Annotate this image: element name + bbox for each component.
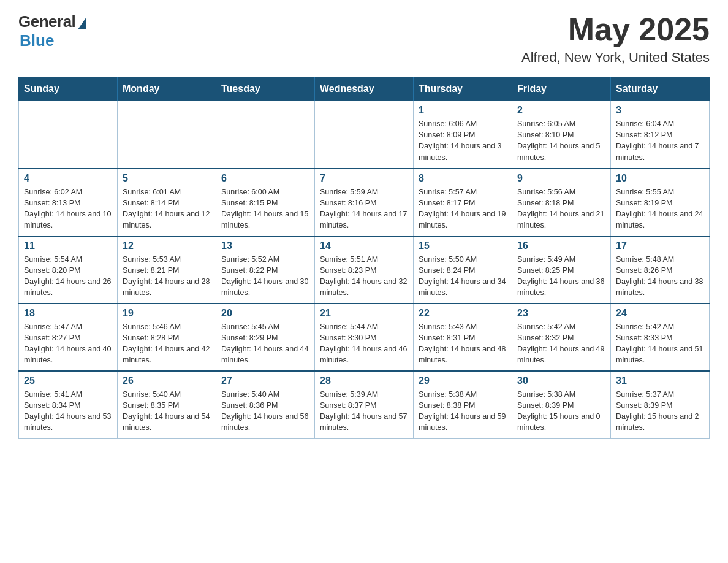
day-number: 16 bbox=[517, 240, 605, 251]
day-number: 25 bbox=[24, 375, 112, 386]
day-number: 17 bbox=[616, 240, 704, 251]
calendar-cell: 25Sunrise: 5:41 AMSunset: 8:34 PMDayligh… bbox=[19, 371, 118, 439]
calendar-week-row: 1Sunrise: 6:06 AMSunset: 8:09 PMDaylight… bbox=[19, 101, 710, 169]
day-number: 6 bbox=[221, 173, 309, 184]
day-number: 2 bbox=[517, 105, 605, 116]
calendar-cell: 14Sunrise: 5:51 AMSunset: 8:23 PMDayligh… bbox=[315, 236, 414, 304]
day-number: 26 bbox=[123, 375, 211, 386]
day-number: 29 bbox=[419, 375, 507, 386]
day-info: Sunrise: 5:40 AMSunset: 8:36 PMDaylight:… bbox=[221, 389, 309, 434]
day-info: Sunrise: 6:06 AMSunset: 8:09 PMDaylight:… bbox=[419, 118, 507, 163]
day-number: 31 bbox=[616, 375, 704, 386]
logo-blue-text: Blue bbox=[20, 31, 54, 50]
calendar-cell: 3Sunrise: 6:04 AMSunset: 8:12 PMDaylight… bbox=[611, 101, 710, 169]
day-info: Sunrise: 5:52 AMSunset: 8:22 PMDaylight:… bbox=[221, 254, 309, 299]
day-number: 20 bbox=[221, 308, 309, 319]
calendar-cell: 18Sunrise: 5:47 AMSunset: 8:27 PMDayligh… bbox=[19, 304, 118, 371]
day-number: 23 bbox=[517, 308, 605, 319]
day-number: 28 bbox=[320, 375, 408, 386]
calendar-cell: 20Sunrise: 5:45 AMSunset: 8:29 PMDayligh… bbox=[216, 304, 315, 371]
calendar-cell: 16Sunrise: 5:49 AMSunset: 8:25 PMDayligh… bbox=[512, 236, 611, 304]
day-info: Sunrise: 5:38 AMSunset: 8:39 PMDaylight:… bbox=[517, 389, 605, 434]
day-number: 13 bbox=[221, 240, 309, 251]
day-info: Sunrise: 5:44 AMSunset: 8:30 PMDaylight:… bbox=[320, 321, 408, 366]
day-number: 4 bbox=[24, 173, 112, 184]
day-info: Sunrise: 5:43 AMSunset: 8:31 PMDaylight:… bbox=[419, 321, 507, 366]
day-number: 3 bbox=[616, 105, 704, 116]
day-number: 27 bbox=[221, 375, 309, 386]
day-header-saturday: Saturday bbox=[611, 77, 710, 101]
calendar-cell: 4Sunrise: 6:02 AMSunset: 8:13 PMDaylight… bbox=[19, 169, 118, 236]
day-number: 10 bbox=[616, 173, 704, 184]
day-number: 9 bbox=[517, 173, 605, 184]
day-header-monday: Monday bbox=[118, 77, 216, 101]
day-number: 5 bbox=[123, 173, 211, 184]
title-section: May 2025 Alfred, New York, United States bbox=[521, 12, 710, 66]
day-number: 14 bbox=[320, 240, 408, 251]
day-info: Sunrise: 5:59 AMSunset: 8:16 PMDaylight:… bbox=[320, 186, 408, 231]
calendar-cell bbox=[216, 101, 315, 169]
calendar-cell: 9Sunrise: 5:56 AMSunset: 8:18 PMDaylight… bbox=[512, 169, 611, 236]
calendar-cell: 29Sunrise: 5:38 AMSunset: 8:38 PMDayligh… bbox=[414, 371, 512, 439]
calendar-cell: 10Sunrise: 5:55 AMSunset: 8:19 PMDayligh… bbox=[611, 169, 710, 236]
day-number: 11 bbox=[24, 240, 112, 251]
month-title: May 2025 bbox=[521, 12, 710, 47]
calendar-cell: 6Sunrise: 6:00 AMSunset: 8:15 PMDaylight… bbox=[216, 169, 315, 236]
day-header-wednesday: Wednesday bbox=[315, 77, 414, 101]
calendar-cell: 23Sunrise: 5:42 AMSunset: 8:32 PMDayligh… bbox=[512, 304, 611, 371]
calendar-cell: 26Sunrise: 5:40 AMSunset: 8:35 PMDayligh… bbox=[118, 371, 216, 439]
calendar-cell: 30Sunrise: 5:38 AMSunset: 8:39 PMDayligh… bbox=[512, 371, 611, 439]
day-info: Sunrise: 5:42 AMSunset: 8:33 PMDaylight:… bbox=[616, 321, 704, 366]
calendar-cell: 19Sunrise: 5:46 AMSunset: 8:28 PMDayligh… bbox=[118, 304, 216, 371]
calendar-cell bbox=[118, 101, 216, 169]
calendar-table: SundayMondayTuesdayWednesdayThursdayFrid… bbox=[18, 77, 710, 439]
day-info: Sunrise: 5:56 AMSunset: 8:18 PMDaylight:… bbox=[517, 186, 605, 231]
calendar-week-row: 18Sunrise: 5:47 AMSunset: 8:27 PMDayligh… bbox=[19, 304, 710, 371]
day-info: Sunrise: 5:48 AMSunset: 8:26 PMDaylight:… bbox=[616, 254, 704, 299]
day-info: Sunrise: 5:47 AMSunset: 8:27 PMDaylight:… bbox=[24, 321, 112, 366]
day-info: Sunrise: 6:04 AMSunset: 8:12 PMDaylight:… bbox=[616, 118, 704, 163]
calendar-week-row: 11Sunrise: 5:54 AMSunset: 8:20 PMDayligh… bbox=[19, 236, 710, 304]
calendar-cell bbox=[19, 101, 118, 169]
day-number: 8 bbox=[419, 173, 507, 184]
calendar-cell: 15Sunrise: 5:50 AMSunset: 8:24 PMDayligh… bbox=[414, 236, 512, 304]
day-info: Sunrise: 6:00 AMSunset: 8:15 PMDaylight:… bbox=[221, 186, 309, 231]
calendar-cell: 24Sunrise: 5:42 AMSunset: 8:33 PMDayligh… bbox=[611, 304, 710, 371]
day-info: Sunrise: 5:40 AMSunset: 8:35 PMDaylight:… bbox=[123, 389, 211, 434]
day-info: Sunrise: 5:37 AMSunset: 8:39 PMDaylight:… bbox=[616, 389, 704, 434]
calendar-cell: 27Sunrise: 5:40 AMSunset: 8:36 PMDayligh… bbox=[216, 371, 315, 439]
day-info: Sunrise: 5:55 AMSunset: 8:19 PMDaylight:… bbox=[616, 186, 704, 231]
calendar-cell: 11Sunrise: 5:54 AMSunset: 8:20 PMDayligh… bbox=[19, 236, 118, 304]
day-number: 12 bbox=[123, 240, 211, 251]
day-number: 19 bbox=[123, 308, 211, 319]
day-info: Sunrise: 5:54 AMSunset: 8:20 PMDaylight:… bbox=[24, 254, 112, 299]
day-info: Sunrise: 5:45 AMSunset: 8:29 PMDaylight:… bbox=[221, 321, 309, 366]
day-header-tuesday: Tuesday bbox=[216, 77, 315, 101]
calendar-cell: 8Sunrise: 5:57 AMSunset: 8:17 PMDaylight… bbox=[414, 169, 512, 236]
day-number: 21 bbox=[320, 308, 408, 319]
day-info: Sunrise: 5:46 AMSunset: 8:28 PMDaylight:… bbox=[123, 321, 211, 366]
calendar-header-row: SundayMondayTuesdayWednesdayThursdayFrid… bbox=[19, 77, 710, 101]
calendar-cell bbox=[315, 101, 414, 169]
calendar-cell: 21Sunrise: 5:44 AMSunset: 8:30 PMDayligh… bbox=[315, 304, 414, 371]
calendar-cell: 31Sunrise: 5:37 AMSunset: 8:39 PMDayligh… bbox=[611, 371, 710, 439]
day-number: 15 bbox=[419, 240, 507, 251]
day-info: Sunrise: 5:49 AMSunset: 8:25 PMDaylight:… bbox=[517, 254, 605, 299]
calendar-cell: 17Sunrise: 5:48 AMSunset: 8:26 PMDayligh… bbox=[611, 236, 710, 304]
day-info: Sunrise: 5:42 AMSunset: 8:32 PMDaylight:… bbox=[517, 321, 605, 366]
logo-general-text: General bbox=[18, 12, 75, 31]
day-info: Sunrise: 5:38 AMSunset: 8:38 PMDaylight:… bbox=[419, 389, 507, 434]
calendar-cell: 7Sunrise: 5:59 AMSunset: 8:16 PMDaylight… bbox=[315, 169, 414, 236]
day-number: 1 bbox=[419, 105, 507, 116]
calendar-cell: 28Sunrise: 5:39 AMSunset: 8:37 PMDayligh… bbox=[315, 371, 414, 439]
day-info: Sunrise: 6:02 AMSunset: 8:13 PMDaylight:… bbox=[24, 186, 112, 231]
day-info: Sunrise: 5:51 AMSunset: 8:23 PMDaylight:… bbox=[320, 254, 408, 299]
day-number: 7 bbox=[320, 173, 408, 184]
calendar-cell: 1Sunrise: 6:06 AMSunset: 8:09 PMDaylight… bbox=[414, 101, 512, 169]
day-info: Sunrise: 5:53 AMSunset: 8:21 PMDaylight:… bbox=[123, 254, 211, 299]
page-header: General Blue May 2025 Alfred, New York, … bbox=[18, 12, 710, 66]
location-title: Alfred, New York, United States bbox=[521, 50, 710, 66]
day-number: 30 bbox=[517, 375, 605, 386]
day-info: Sunrise: 5:41 AMSunset: 8:34 PMDaylight:… bbox=[24, 389, 112, 434]
calendar-week-row: 25Sunrise: 5:41 AMSunset: 8:34 PMDayligh… bbox=[19, 371, 710, 439]
